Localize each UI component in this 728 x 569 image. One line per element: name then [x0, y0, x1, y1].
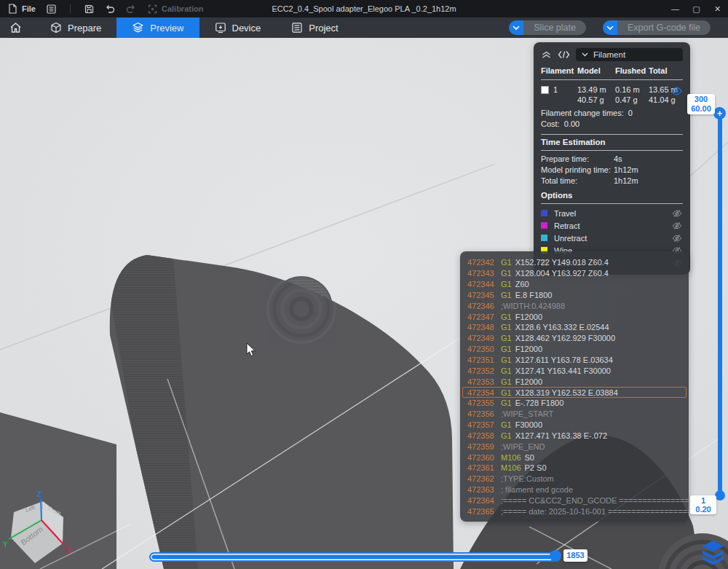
gcode-line[interactable]: 472356;WIPE_START: [460, 409, 689, 420]
gcode-line[interactable]: 472360M106S0: [460, 452, 689, 463]
gcode-line[interactable]: 472345G1E.8 F1800: [460, 290, 689, 301]
gcode-command: G1: [501, 431, 512, 440]
separator: [541, 203, 683, 204]
gcode-line[interactable]: 472365;===== date: 2025-10-16-001 ======…: [460, 506, 689, 517]
time-row-label: Model printing time:: [541, 165, 614, 176]
slice-dropdown-arrow[interactable]: [509, 20, 523, 35]
file-icon: [7, 4, 18, 15]
separator: [541, 150, 683, 151]
home-button[interactable]: [0, 22, 31, 34]
minimize-button[interactable]: —: [665, 0, 686, 17]
gcode-line[interactable]: 472355G1E-.728 F1800: [460, 398, 689, 409]
gcode-line[interactable]: 472347G1F12000: [460, 311, 689, 322]
gcode-line-number: 472343: [467, 269, 501, 278]
redo-icon: [126, 4, 137, 15]
gcode-command: G1: [501, 313, 512, 321]
gcode-line-number: 472363: [467, 485, 501, 494]
tab-device[interactable]: Device: [199, 17, 277, 38]
gcode-params: X128.004 Y163.927 Z60.4: [515, 269, 609, 278]
filament-visibility-eye-icon[interactable]: [671, 87, 682, 95]
calibration-button[interactable]: Calibration: [147, 4, 203, 15]
time-row-value: 1h12m: [614, 176, 638, 187]
orientation-cube[interactable]: Left Front Bottom Z Y X: [1, 490, 83, 569]
gcode-line[interactable]: 472362;TYPE:Custom: [460, 474, 689, 484]
gcode-line[interactable]: 472348G1X128.6 Y163.332 E.02544: [460, 322, 689, 333]
top-layer-number: 300: [687, 95, 715, 104]
gcode-params: F30000: [515, 420, 542, 429]
filament-change-times: Filament change times: 0: [541, 108, 683, 119]
gcode-comment: ;WIPE_END: [501, 442, 545, 451]
gcode-window-icon[interactable]: [558, 50, 570, 59]
gcode-line[interactable]: 472346;WIDTH:0.424988: [460, 300, 689, 311]
close-button[interactable]: ✕: [707, 0, 728, 17]
gcode-command: G1: [501, 291, 512, 299]
gcode-line[interactable]: 472351G1X127.611 Y163.78 E.03634: [460, 355, 689, 366]
separator: [541, 134, 683, 135]
gcode-line[interactable]: 472349G1X128.462 Y162.929 F30000: [460, 333, 689, 344]
gcode-line[interactable]: 472364;===== CC&CC2_END_GCODE ==========…: [460, 495, 689, 506]
save-icon: [84, 4, 95, 15]
tab-project[interactable]: Project: [276, 17, 353, 38]
gcode-viewer-panel[interactable]: 472342G1X152.722 Y149.018 Z60.4472343G1X…: [460, 251, 689, 522]
gcode-line[interactable]: 472354G1X128.319 Y162.532 E.03884: [460, 387, 689, 398]
gcode-command: G1: [501, 323, 512, 331]
tab-preview[interactable]: Preview: [116, 17, 199, 38]
chevron-down-icon: [513, 25, 520, 31]
gcode-line[interactable]: 472363; filament end gcode: [460, 484, 689, 495]
export-gcode-button[interactable]: Export G-code file: [603, 20, 711, 35]
filament-id: 1: [553, 85, 558, 95]
layer-slider-bottom-handle[interactable]: [715, 490, 725, 501]
gcode-line-number: 472345: [467, 291, 501, 299]
gcode-comment: ;===== date: 2025-10-16-001 ============…: [501, 507, 689, 516]
export-dropdown-arrow[interactable]: [603, 20, 617, 35]
layer-slider-track[interactable]: [718, 111, 722, 497]
gcode-command: G1: [501, 388, 512, 397]
view-type-dropdown[interactable]: Filament: [576, 48, 683, 61]
gcode-line[interactable]: 472357G1F30000: [460, 420, 689, 431]
collapse-panel-icon[interactable]: [541, 50, 552, 60]
gcode-line[interactable]: 472353G1F12000: [460, 376, 689, 387]
gcode-line-number: 472350: [467, 345, 501, 353]
eye-off-icon[interactable]: [672, 208, 682, 219]
gcode-line[interactable]: 472359;WIPE_END: [460, 441, 689, 452]
prepare-cube-icon: [50, 22, 62, 34]
layers-view-icon[interactable]: [700, 538, 727, 565]
calibration-label: Calibration: [162, 4, 203, 13]
slice-plate-button[interactable]: Slice plate: [509, 20, 586, 35]
eye-off-icon[interactable]: [672, 233, 682, 243]
move-slider-track[interactable]: [149, 552, 560, 562]
gcode-line[interactable]: 472350G1F12000: [460, 344, 689, 355]
filament-row: 1 13.49 m 40.57 g 0.16 m 0.47 g 13.65 m …: [541, 83, 683, 108]
time-row-label: Total time:: [541, 176, 614, 187]
maximize-button[interactable]: ▢: [686, 0, 707, 17]
tab-preview-label: Preview: [150, 23, 183, 34]
tab-prepare[interactable]: Prepare: [35, 17, 116, 38]
gcode-params: X128.6 Y163.332 E.02544: [515, 323, 609, 331]
notes-button[interactable]: [46, 4, 57, 15]
eye-off-icon[interactable]: [672, 221, 682, 231]
gcode-params: E.8 F1800: [515, 291, 553, 299]
move-slider-handle[interactable]: [550, 550, 561, 562]
gcode-command: M106: [501, 463, 521, 472]
save-button[interactable]: [84, 4, 95, 15]
gcode-line[interactable]: 472352G1X127.41 Y163.441 F30000: [460, 365, 689, 376]
gcode-line[interactable]: 472342G1X152.722 Y149.018 Z60.4: [460, 257, 689, 268]
gcode-line-number: 472347: [467, 313, 501, 321]
gcode-comment: ;TYPE:Custom: [501, 474, 554, 483]
gcode-command: M106: [501, 453, 521, 462]
gcode-line[interactable]: 472361M106P2 S0: [460, 463, 689, 474]
calibration-icon: [147, 4, 158, 15]
time-estimation-rows: Prepare time: 4s Model printing time: 1h…: [541, 154, 683, 187]
gcode-line-number: 472354: [467, 388, 501, 397]
layer-slider-top-handle[interactable]: +: [713, 107, 726, 119]
option-row: Travel: [541, 207, 683, 219]
option-label: Retract: [554, 221, 579, 230]
file-menu[interactable]: File: [7, 4, 36, 15]
filament-color-swatch: [541, 86, 549, 94]
redo-button[interactable]: [126, 4, 137, 15]
gcode-line[interactable]: 472358G1X127.471 Y163.38 E-.072: [460, 431, 689, 442]
gcode-comment: ;WIDTH:0.424988: [501, 302, 565, 310]
gcode-line[interactable]: 472343G1X128.004 Y163.927 Z60.4: [460, 268, 689, 279]
gcode-line[interactable]: 472344G1Z60: [460, 279, 689, 290]
undo-button[interactable]: [105, 4, 116, 15]
